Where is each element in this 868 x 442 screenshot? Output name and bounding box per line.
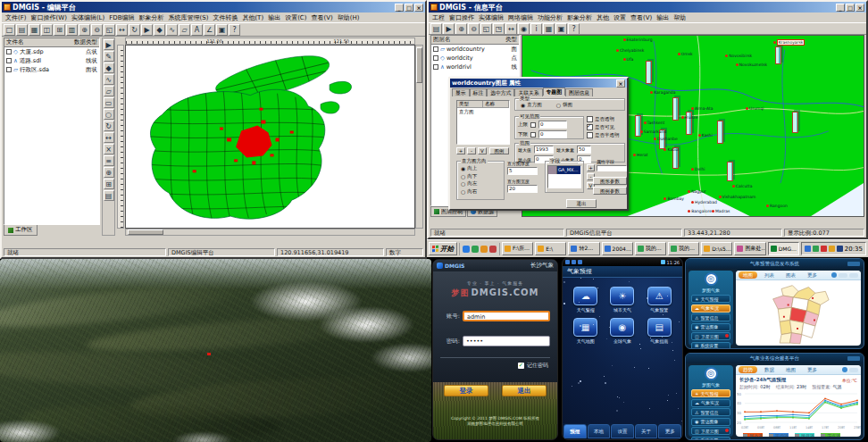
task-button[interactable]: D:\s5… [701, 242, 732, 255]
task-button[interactable]: 我的… [635, 242, 666, 255]
task-button[interactable]: 我的… [668, 242, 699, 255]
checkbox[interactable] [433, 46, 438, 52]
exit-button[interactable]: 退出 [502, 385, 547, 396]
snap-icon[interactable]: ⊕ [104, 167, 114, 178]
task-button[interactable]: E:\ [535, 242, 566, 255]
sidebar-menu-item[interactable]: ⚠预警信息 [691, 408, 730, 416]
dialog-tab[interactable]: 选中方式 [487, 88, 514, 96]
graphic-params-button[interactable]: 图形参数 [593, 177, 627, 185]
print-icon[interactable]: ▣ [216, 24, 228, 36]
app-tab[interactable]: 图表 [781, 271, 800, 279]
password-input[interactable]: ••••• [463, 336, 550, 346]
form-field[interactable]: 预报要素: 气温 [812, 384, 841, 389]
checkbox[interactable] [6, 67, 12, 72]
start-button[interactable]: 开始 [429, 242, 457, 255]
print-icon[interactable]: ▣ [555, 23, 567, 35]
minimize-button[interactable]: _ [395, 4, 404, 12]
sidebar-menu-item[interactable]: ☀天气预报 [691, 295, 730, 303]
map-canvas[interactable] [125, 45, 415, 229]
menu-item[interactable]: 其他 [597, 13, 609, 22]
bottom-tab[interactable]: 本地 [588, 424, 611, 438]
terrain-3d-view[interactable] [0, 259, 431, 442]
login-button[interactable]: 登录 [444, 385, 488, 396]
pan-icon[interactable]: ↔ [116, 24, 128, 36]
menu-item[interactable]: 其他(T) [242, 13, 263, 22]
direction-radio[interactable]: 向下 [461, 173, 500, 179]
task-button[interactable]: 2004… [602, 242, 633, 255]
worldcity[interactable]: ◇ worldcity 点 [431, 54, 519, 63]
add-point-icon[interactable]: ◆ [104, 63, 114, 73]
field-list-selected[interactable]: GA_MX… [557, 166, 580, 174]
menu-item[interactable]: 影象分析 [567, 13, 592, 22]
delete-icon[interactable]: × [104, 144, 114, 154]
import-icon[interactable]: ⊞ [54, 24, 65, 36]
lower-limit-field[interactable]: 0 [538, 130, 567, 138]
upper-limit-checkbox[interactable] [530, 122, 536, 128]
network-icon[interactable] [813, 246, 819, 252]
dialog-titlebar[interactable]: worldcountry图层 属性 × [450, 79, 627, 88]
close-button[interactable]: × [414, 4, 423, 12]
app-tab[interactable]: 地图 [739, 271, 757, 279]
task-button[interactable]: F:\所… [502, 242, 533, 255]
zoom-out-icon[interactable]: ⊖ [91, 24, 103, 36]
theme-type-list[interactable]: 类型名称 直方图 [456, 100, 510, 145]
circle-icon[interactable]: ○ [104, 109, 114, 120]
道路.sdl[interactable]: ∧ 道路.sdl 线状 [4, 56, 99, 65]
upper-limit-field[interactable]: 0 [538, 121, 567, 129]
menu-item[interactable]: 帮助(H) [338, 13, 360, 22]
lang-icon[interactable] [837, 246, 843, 252]
remember-password[interactable]: ✓ 记住密码 [442, 362, 548, 370]
bottom-tab[interactable]: 预报 [563, 424, 587, 438]
app-tab[interactable]: 地图 [781, 366, 800, 373]
zoom-control[interactable] [839, 273, 847, 278]
option-checkbox[interactable]: 是否半透明 [587, 132, 620, 138]
theme-list-row[interactable]: 直方图 [457, 108, 509, 116]
worldcountry[interactable]: ▱ worldcountry 面 [431, 45, 519, 54]
open-project-icon[interactable]: ▤ [430, 23, 442, 35]
zoom-window-icon[interactable]: ◱ [480, 23, 492, 35]
add-line-icon[interactable]: ∿ [104, 74, 114, 85]
checkbox[interactable] [433, 55, 438, 61]
maximize-button[interactable]: □ [405, 4, 413, 12]
file-list[interactable]: 文件名 数据类型 ◇ 大厦.sdp 点状 ∧ 道路.sdl 线状 [4, 38, 100, 225]
direction-radio[interactable]: 向上 [461, 165, 500, 171]
editor-titlebar[interactable]: DMGIS - 编辑平台 _ □ × [2, 2, 425, 13]
rect-icon[interactable]: ▭ [104, 97, 114, 108]
menu-item[interactable]: 窗口操作(W) [31, 13, 67, 22]
legend-params-button[interactable]: 图例参数 [593, 187, 627, 195]
menu-item[interactable]: 输出 [656, 13, 669, 22]
checkbox[interactable] [6, 58, 12, 63]
refresh-icon[interactable]: ↻ [129, 24, 140, 36]
help-icon[interactable]: ? [568, 23, 580, 35]
app-tab[interactable]: 趋势 [739, 366, 757, 373]
media-icon[interactable] [480, 246, 488, 253]
app-tab[interactable]: 列表 [760, 271, 779, 279]
app-tab[interactable]: 更多 [803, 366, 822, 373]
option-checkbox[interactable]: 是否可见 [587, 124, 620, 130]
mail-icon[interactable] [489, 246, 497, 253]
thickness-field[interactable]: 5 [507, 167, 538, 175]
volume-icon[interactable] [805, 246, 811, 252]
input-icon[interactable] [829, 246, 835, 252]
zoom-window-icon[interactable]: ◱ [104, 24, 115, 36]
task-button[interactable]: 转2… [568, 242, 599, 255]
maximize-button[interactable]: □ [846, 4, 855, 12]
polyline-icon[interactable]: ∿ [166, 24, 178, 36]
bottom-tab[interactable]: 更多 [658, 424, 681, 438]
layer-control[interactable] [849, 273, 858, 278]
open-map-icon[interactable]: ▥ [66, 24, 78, 36]
sidebar-menu-item[interactable]: ◫卫星云图 [691, 427, 730, 435]
sidebar-menu-item[interactable]: ◉雷达图像 [691, 323, 730, 331]
bar-width-field[interactable]: 20 [507, 185, 538, 193]
minimize-button[interactable]: _ [836, 4, 845, 12]
lower-limit-checkbox[interactable] [530, 132, 536, 138]
sidebar-menu-item[interactable]: ☀天气预报 [691, 389, 730, 397]
zoom-full-icon[interactable]: ◳ [493, 23, 505, 35]
dialog-close-button[interactable]: × [616, 79, 625, 88]
sidebar-menu-item[interactable]: ⊞系统设置 [691, 437, 730, 441]
menu-item[interactable]: 影象分析 [138, 13, 163, 22]
form-field[interactable]: 起始时间: 02时 [739, 384, 771, 389]
sidebar-menu-item[interactable]: ◉雷达图像 [691, 418, 730, 426]
chart-type-radio[interactable]: 饼图 [556, 102, 572, 108]
max-value-field[interactable]: 1993 [534, 146, 554, 154]
